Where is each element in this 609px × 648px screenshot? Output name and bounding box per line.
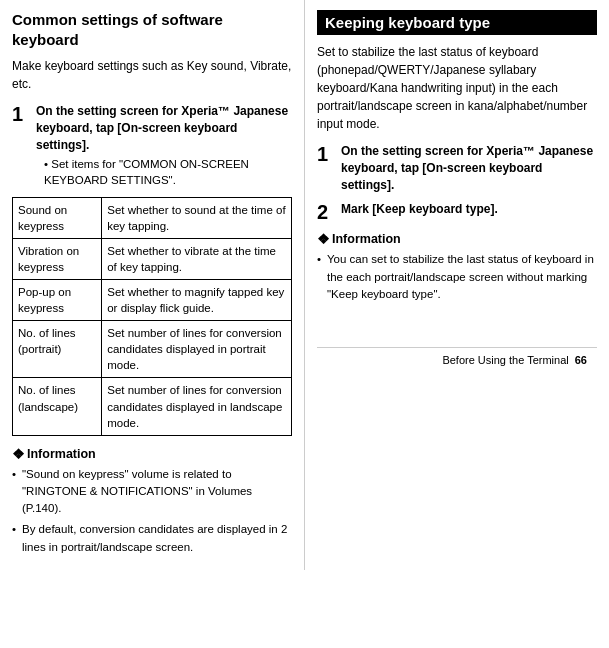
table-key: Sound on keypress: [13, 197, 102, 238]
right-section-title: Keeping keyboard type: [317, 10, 597, 35]
right-step-2: 2 Mark [Keep keyboard type].: [317, 201, 597, 223]
left-step-1-main: On the setting screen for Xperia™ Japane…: [36, 104, 288, 152]
left-info-list: "Sound on keypress" volume is related to…: [12, 466, 292, 556]
right-info-heading-text: Information: [332, 232, 401, 246]
left-intro-text: Make keyboard settings such as Key sound…: [12, 57, 292, 93]
settings-table: Sound on keypressSet whether to sound at…: [12, 197, 292, 436]
left-info-section: ❖ Information "Sound on keypress" volume…: [12, 446, 292, 556]
left-step-1-subitem-text: Set items for "COMMON ON-SCREEN KEYBOARD…: [44, 158, 249, 186]
left-step-1-text: On the setting screen for Xperia™ Japane…: [36, 103, 292, 189]
right-info-list: You can set to stabilize the last status…: [317, 251, 597, 303]
right-step-2-number: 2: [317, 201, 333, 223]
right-step-1-number: 1: [317, 143, 333, 165]
table-key: No. of lines (portrait): [13, 321, 102, 378]
table-value: Set number of lines for conversion candi…: [102, 378, 292, 435]
table-value: Set whether to magnify tapped key or dis…: [102, 279, 292, 320]
footer-page: 66: [575, 354, 587, 366]
list-item: You can set to stabilize the last status…: [317, 251, 597, 303]
left-info-heading-text: Information: [27, 447, 96, 461]
table-row: No. of lines (portrait)Set number of lin…: [13, 321, 292, 378]
right-step-2-text: Mark [Keep keyboard type].: [341, 201, 597, 218]
left-column: Common settings of software keyboard Mak…: [0, 0, 305, 570]
left-info-heading: ❖ Information: [12, 446, 292, 462]
right-info-section: ❖ Information You can set to stabilize t…: [317, 231, 597, 303]
table-value: Set number of lines for conversion candi…: [102, 321, 292, 378]
table-key: Pop-up on keypress: [13, 279, 102, 320]
table-value: Set whether to vibrate at the time of ke…: [102, 238, 292, 279]
diamond-icon: ❖: [12, 446, 25, 462]
page-wrapper: Common settings of software keyboard Mak…: [0, 0, 609, 648]
footer-text: Before Using the Terminal: [442, 354, 568, 366]
left-step-1: 1 On the setting screen for Xperia™ Japa…: [12, 103, 292, 189]
table-value: Set whether to sound at the time of key …: [102, 197, 292, 238]
left-step-1-subitem: • Set items for "COMMON ON-SCREEN KEYBOA…: [36, 156, 292, 188]
page-footer: Before Using the Terminal 66: [317, 347, 597, 372]
right-step-1-text: On the setting screen for Xperia™ Japane…: [341, 143, 597, 193]
table-key: No. of lines (landscape): [13, 378, 102, 435]
right-column: Keeping keyboard type Set to stabilize t…: [305, 0, 609, 570]
table-key: Vibration on keypress: [13, 238, 102, 279]
right-step-1: 1 On the setting screen for Xperia™ Japa…: [317, 143, 597, 193]
right-col-inner: Keeping keyboard type Set to stabilize t…: [317, 10, 597, 337]
left-section-title: Common settings of software keyboard: [12, 10, 292, 49]
columns-wrapper: Common settings of software keyboard Mak…: [0, 0, 609, 570]
left-step-1-number: 1: [12, 103, 28, 125]
list-item: "Sound on keypress" volume is related to…: [12, 466, 292, 518]
table-row: Sound on keypressSet whether to sound at…: [13, 197, 292, 238]
right-diamond-icon: ❖: [317, 231, 330, 247]
table-row: No. of lines (landscape)Set number of li…: [13, 378, 292, 435]
right-intro-text: Set to stabilize the last status of keyb…: [317, 43, 597, 133]
table-row: Vibration on keypressSet whether to vibr…: [13, 238, 292, 279]
table-row: Pop-up on keypressSet whether to magnify…: [13, 279, 292, 320]
list-item: By default, conversion candidates are di…: [12, 521, 292, 556]
right-info-heading: ❖ Information: [317, 231, 597, 247]
